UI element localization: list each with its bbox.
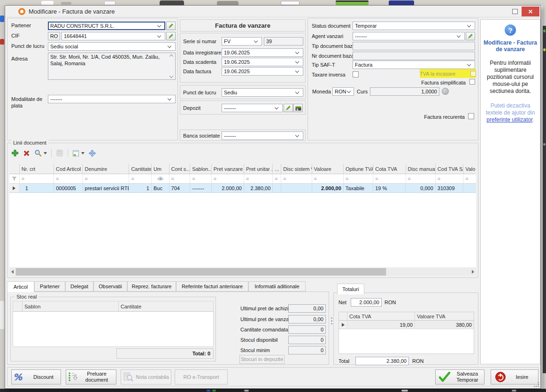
moneda-combobox[interactable]: RON [332,87,354,96]
numar-field[interactable]: 39 [264,37,303,46]
scroll-up-icon[interactable] [169,54,173,58]
data-inregistrare-picker[interactable]: 19.06.2025 [222,48,303,57]
agent-combobox[interactable]: ------- [353,32,465,40]
header-um[interactable]: Um [152,164,169,174]
header-nr-crt[interactable]: Nr. crt [20,164,54,174]
curs-refresh-icon[interactable] [442,88,449,95]
nota-contabila-button[interactable]: Nota contabila [121,369,171,384]
scroll-right-icon[interactable] [472,270,474,274]
header-denumire[interactable]: Denumire [83,164,129,174]
chevron-down-icon[interactable] [155,32,163,40]
cell-cod-tva-saft[interactable]: 310309 [436,184,463,193]
banca-combobox[interactable]: ------- [222,131,303,140]
chevron-down-icon[interactable] [465,22,473,30]
preferinte-utilizator-link[interactable]: preferinte utilizator [486,116,532,123]
tva-incasare-checkbox[interactable] [470,71,476,77]
header-valoare-tva[interactable]: Valoare TVA [415,312,474,321]
filter-cell[interactable]: = [20,174,54,184]
ro-etransport-button[interactable]: RO e-Transport [175,369,228,384]
tab-informatii-aditionale[interactable]: Informatii aditionale [248,281,306,292]
filter-cell[interactable]: = [281,174,312,184]
factura-recurenta-checkbox[interactable] [468,113,474,119]
filter-cell[interactable]: = [406,174,436,184]
filter-cell[interactable]: = [373,174,406,184]
add-row-icon[interactable] [11,149,19,157]
chevron-down-icon[interactable] [455,32,462,40]
header-sablon[interactable]: Sablon [23,301,119,312]
punct-de-lucru-combobox[interactable]: Sediu social [48,42,176,51]
header-cantitate[interactable]: Cantitate [129,164,152,174]
tab-observatii[interactable]: Observatii [93,281,127,292]
filter-cell[interactable]: = [54,174,83,184]
chevron-down-icon[interactable] [155,22,163,30]
search-dropdown[interactable] [34,149,47,157]
agent-edit-button[interactable] [466,32,475,40]
filter-cell[interactable]: = [190,174,212,184]
tab-totaluri[interactable]: Totaluri [337,284,364,294]
filter-cell[interactable]: = [169,174,191,184]
header-valoare[interactable]: Valoare [312,164,344,174]
filter-abc-cell[interactable]: abc [152,174,169,184]
partener-combobox[interactable]: RADU CONSTRUCT S.R.L. [48,22,165,30]
cif-edit-button[interactable] [166,32,176,40]
chevron-down-icon[interactable] [346,88,352,95]
chevron-down-icon[interactable] [293,58,301,66]
chevron-down-icon[interactable] [293,49,301,56]
cell-optiune-tva[interactable]: Taxabile [344,184,373,193]
cell-cota-tva[interactable]: 19 % [373,184,406,193]
cif-combobox[interactable]: 16648441 [62,32,165,40]
curs-field[interactable]: 1,0000 [370,87,439,96]
tip-saft-combobox[interactable]: Factura [353,61,475,69]
cell-pret-vanzare[interactable]: 2.000,00 [212,184,244,193]
delete-row-icon[interactable] [23,150,30,157]
header-optiune-tva[interactable]: Optiune TVA [344,164,373,174]
iesire-button[interactable]: Iesire [491,369,538,384]
factura-simplificata-checkbox[interactable] [469,79,475,85]
chevron-down-icon[interactable] [166,43,173,50]
cell-denumire[interactable]: prestari servicii RTE [83,184,130,193]
chevron-down-icon[interactable] [293,132,301,139]
cell-pret-unitar[interactable]: 2.380,00 [244,184,273,193]
filter-cell[interactable]: = [212,174,244,184]
modalitate-combobox[interactable]: ------- [48,95,176,103]
status-combobox[interactable]: Temporar [353,22,475,30]
header-disc-manual[interactable]: Disc manual... [406,164,436,174]
header-disc-sistem[interactable]: Disc sistem % [281,164,312,174]
lines-horizontal-scrollbar[interactable] [9,268,476,276]
preluare-document-button[interactable]: Preluare document [66,369,116,384]
header-sablon[interactable]: Sablon... [190,164,212,174]
cell-sablon[interactable]: ------- [190,184,212,193]
punct-doc-combobox[interactable]: Sediu [222,88,303,97]
cell-disc-manual[interactable]: 0,000 [406,184,435,193]
cell-cantitate[interactable]: 1 [129,184,152,193]
filter-cell[interactable]: = [436,174,463,184]
header-valoare-cut[interactable]: Valo [463,164,476,174]
cell-disc-sistem[interactable] [281,184,312,193]
chevron-down-icon[interactable] [252,38,260,45]
serie-combobox[interactable]: FV [222,37,262,46]
chevron-down-icon[interactable] [293,89,301,96]
lines-data-row[interactable]: 1 0000005 prestari servicii RTE 1 Buc 70… [9,184,476,193]
filter-cell[interactable]: = [244,174,273,184]
cif-prefix-field[interactable]: RO [48,32,60,40]
filter-icon-cell[interactable] [9,174,20,184]
scroll-down-icon[interactable] [169,74,173,78]
stocuri-in-depozite-button[interactable]: Stocuri in depozite [239,355,285,364]
chevron-down-icon[interactable] [293,68,301,75]
partener-edit-button[interactable] [166,22,176,30]
filter-cell[interactable]: = [273,174,281,184]
move-cross-icon[interactable] [89,150,96,157]
scroll-left-icon[interactable] [11,270,14,274]
tab-reprez-facturare[interactable]: Reprez. facturare [127,281,176,292]
chevron-down-icon[interactable] [465,61,473,69]
warehouse-button[interactable] [293,104,303,112]
scrollbar-thumb[interactable] [15,268,386,276]
maximize-button[interactable] [512,9,518,14]
cell-nr-crt[interactable]: 1 [20,184,54,193]
resize-grip[interactable] [534,382,539,387]
tab-articol[interactable]: Articol [7,281,34,292]
header-cota-tva[interactable]: Cota TVA [347,312,415,321]
splitter-handle[interactable] [331,317,332,324]
header-ellipsis[interactable]: ... [273,164,281,174]
chevron-down-icon[interactable] [166,95,173,103]
